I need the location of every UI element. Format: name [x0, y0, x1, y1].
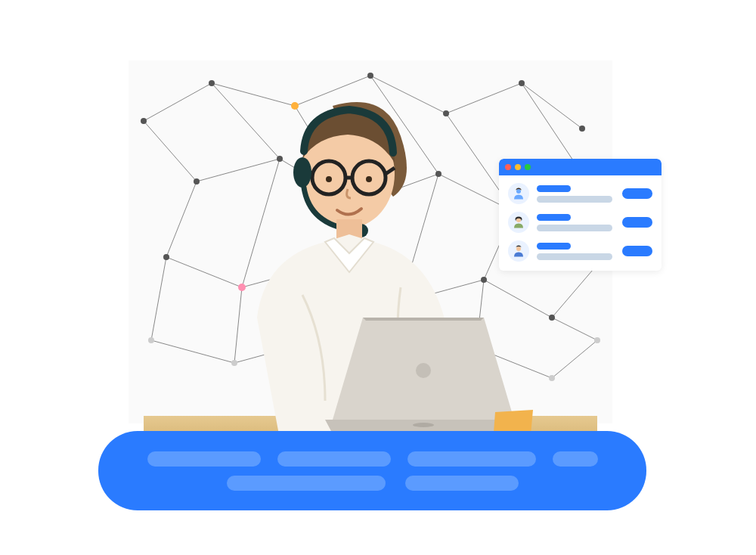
window-titlebar — [499, 159, 662, 175]
svg-point-32 — [293, 157, 311, 188]
contact-list-window — [499, 159, 662, 271]
status-badge — [622, 217, 652, 228]
placeholder-line — [537, 196, 612, 203]
svg-point-18 — [549, 315, 555, 321]
placeholder-segment — [405, 476, 519, 491]
status-badge — [622, 188, 652, 199]
svg-point-26 — [594, 337, 600, 343]
placeholder-segment — [227, 476, 386, 491]
svg-point-38 — [416, 363, 431, 378]
svg-point-25 — [549, 375, 555, 381]
placeholder-line — [537, 253, 612, 260]
svg-point-37 — [413, 423, 434, 427]
avatar-icon — [508, 240, 529, 262]
abstract-text-bar — [98, 431, 646, 510]
svg-point-30 — [326, 176, 332, 182]
svg-point-20 — [148, 337, 154, 343]
svg-point-0 — [141, 118, 147, 124]
svg-point-41 — [516, 246, 521, 251]
window-min-dot — [515, 164, 521, 170]
placeholder-segment — [277, 451, 391, 467]
placeholder-segment — [407, 451, 536, 467]
placeholder-segment — [147, 451, 261, 467]
window-close-dot — [505, 164, 511, 170]
svg-point-39 — [516, 189, 521, 194]
status-badge — [622, 246, 652, 256]
placeholder-segment — [553, 451, 598, 467]
placeholder-line — [537, 185, 571, 192]
contact-row — [508, 183, 652, 204]
svg-point-6 — [579, 126, 585, 132]
placeholder-line — [537, 243, 571, 250]
contact-row — [508, 240, 652, 262]
placeholder-line — [537, 214, 571, 221]
svg-point-13 — [163, 254, 169, 260]
svg-point-5 — [519, 80, 525, 86]
avatar-icon — [508, 212, 529, 233]
contact-row — [508, 212, 652, 233]
contact-list — [499, 175, 662, 271]
hero-illustration — [98, 60, 646, 499]
svg-point-31 — [366, 176, 372, 182]
avatar-icon — [508, 183, 529, 204]
window-max-dot — [525, 164, 531, 170]
svg-point-3 — [367, 73, 373, 79]
placeholder-line — [537, 225, 612, 231]
